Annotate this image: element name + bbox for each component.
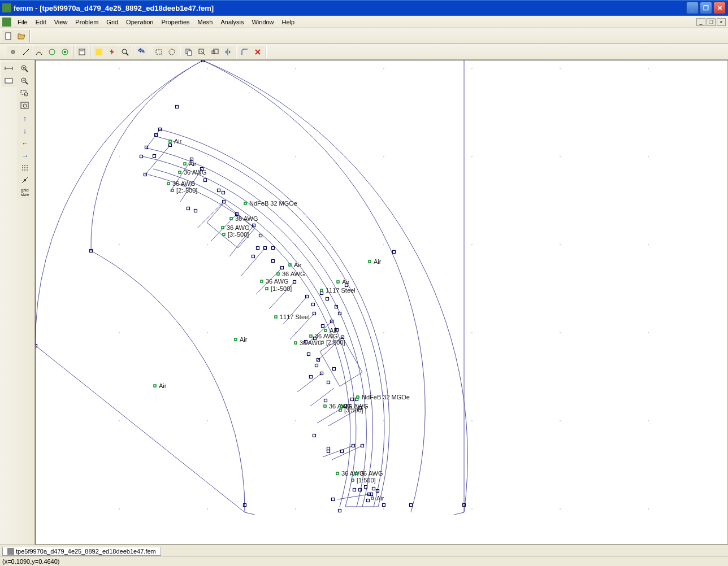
- zoom-window-icon: [20, 89, 29, 97]
- svg-rect-184: [410, 504, 413, 507]
- undo-button[interactable]: [136, 46, 148, 58]
- svg-point-12: [169, 49, 175, 55]
- close-button[interactable]: ✕: [713, 2, 726, 14]
- svg-rect-167: [327, 450, 330, 453]
- svg-rect-221: [275, 316, 277, 318]
- svg-point-82: [119, 508, 120, 510]
- select-circle-button[interactable]: [166, 46, 178, 58]
- select-rect-button[interactable]: [153, 46, 165, 58]
- svg-text:[3:500]: [3:500]: [344, 407, 363, 413]
- menu-mesh[interactable]: Mesh: [194, 18, 217, 27]
- document-tab-icon: [7, 548, 14, 555]
- svg-rect-173: [353, 489, 356, 491]
- svg-rect-241: [339, 409, 341, 411]
- svg-point-49: [295, 68, 296, 69]
- svg-point-9: [122, 49, 127, 54]
- svg-rect-217: [320, 289, 323, 291]
- block-label-tool-button[interactable]: [46, 46, 58, 58]
- svg-text:1117 Steel: 1117 Steel: [280, 314, 310, 320]
- pan-down-button[interactable]: ↓: [17, 124, 33, 137]
- mesh-button[interactable]: [93, 46, 105, 58]
- line-tool-button[interactable]: [20, 46, 32, 58]
- svg-point-42: [22, 169, 23, 171]
- svg-point-77: [295, 420, 296, 421]
- svg-rect-17: [214, 49, 218, 54]
- document-tab[interactable]: tpe5f9970a_d479_4e25_8892_ed18deeb1e47.f…: [2, 547, 161, 556]
- delete-button[interactable]: [252, 46, 264, 58]
- menu-view[interactable]: View: [50, 18, 72, 27]
- svg-point-51: [471, 68, 473, 69]
- move-button[interactable]: [196, 46, 208, 58]
- menu-file[interactable]: File: [14, 18, 32, 27]
- svg-line-10: [126, 53, 128, 55]
- run-analysis-button[interactable]: [106, 46, 118, 58]
- copy-button[interactable]: [183, 46, 195, 58]
- mdi-restore-button[interactable]: ❐: [707, 18, 716, 26]
- fillet-button[interactable]: [239, 46, 251, 58]
- svg-rect-233: [154, 385, 156, 387]
- mdi-close-button[interactable]: ×: [717, 18, 726, 26]
- zoom-tool-button[interactable]: [1, 62, 17, 75]
- svg-point-64: [383, 244, 384, 245]
- svg-point-80: [560, 420, 561, 421]
- select-circle-icon: [168, 48, 176, 56]
- menu-properties[interactable]: Properties: [157, 18, 193, 27]
- point-tool-button[interactable]: [7, 46, 19, 58]
- mirror-button[interactable]: [222, 46, 234, 58]
- zoom-out-button[interactable]: [17, 75, 33, 87]
- grid-size-button[interactable]: gridsize: [17, 186, 33, 199]
- editor-button[interactable]: [76, 46, 88, 58]
- group-icon: [61, 48, 69, 56]
- group-tool-button[interactable]: [59, 46, 71, 58]
- app-icon: [2, 3, 11, 12]
- menu-grid[interactable]: Grid: [102, 18, 122, 27]
- arc-tool-button[interactable]: [33, 46, 45, 58]
- drawing-canvas[interactable]: AirAir36 AWG36 AWG[2:-500]NdFeB 32 MGOe3…: [35, 60, 728, 545]
- snap-toggle-button[interactable]: [17, 174, 33, 186]
- menu-problem[interactable]: Problem: [71, 18, 102, 27]
- open-file-button[interactable]: [15, 30, 28, 42]
- pan-left-button[interactable]: ←: [17, 137, 33, 149]
- grid-toggle-button[interactable]: [17, 162, 33, 174]
- svg-point-74: [648, 332, 649, 333]
- pan-up-button[interactable]: ↑: [17, 112, 33, 124]
- view-results-button[interactable]: [119, 46, 131, 58]
- svg-line-25: [25, 69, 28, 72]
- mdi-minimize-button[interactable]: _: [696, 18, 705, 26]
- svg-rect-136: [252, 255, 255, 258]
- svg-point-86: [471, 508, 473, 510]
- maximize-button[interactable]: ❐: [700, 2, 712, 14]
- zoom-window-button[interactable]: [17, 87, 33, 99]
- svg-rect-223: [235, 338, 237, 341]
- new-file-button[interactable]: [2, 30, 15, 42]
- zoom-out-icon: [20, 77, 29, 85]
- scale-button[interactable]: [209, 46, 221, 58]
- svg-rect-207: [289, 264, 291, 266]
- zoom-extents-icon: [20, 102, 29, 110]
- menu-analysis[interactable]: Analysis: [216, 18, 248, 27]
- svg-line-30: [25, 82, 28, 84]
- svg-point-36: [22, 165, 23, 166]
- arrow-right-icon: →: [21, 151, 29, 160]
- svg-rect-219: [369, 260, 371, 263]
- menu-operation[interactable]: Operation: [122, 18, 157, 27]
- svg-rect-247: [352, 479, 354, 481]
- zoom-in-button[interactable]: [17, 62, 33, 75]
- svg-point-68: [119, 332, 120, 333]
- svg-rect-125: [194, 210, 197, 212]
- svg-point-75: [119, 420, 120, 421]
- menu-window[interactable]: Window: [248, 18, 278, 27]
- svg-rect-225: [324, 329, 327, 332]
- zoom-extents-button[interactable]: [17, 99, 33, 112]
- svg-point-65: [471, 244, 473, 245]
- menu-edit[interactable]: Edit: [32, 18, 50, 27]
- svg-text:Air: Air: [342, 278, 350, 285]
- keyboard-zoom-button[interactable]: [1, 75, 17, 87]
- svg-rect-153: [307, 353, 310, 356]
- svg-rect-195: [167, 182, 170, 185]
- svg-text:36 AWG: 36 AWG: [360, 470, 383, 477]
- minimize-button[interactable]: _: [686, 2, 699, 14]
- zoom-bar-icon: [5, 64, 14, 72]
- menu-help[interactable]: Help: [278, 18, 299, 27]
- pan-right-button[interactable]: →: [17, 149, 33, 162]
